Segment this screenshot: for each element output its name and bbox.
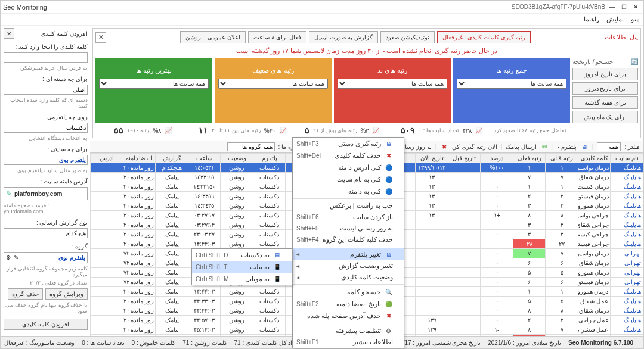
group-edit-icon[interactable]: ✎ [14, 254, 18, 261]
status-segment: تعداد سایت ها : 0 [82, 339, 124, 346]
stat-select[interactable]: همه سایت ها [99, 79, 209, 89]
date-range-btn[interactable]: برای یک ماه پیش [572, 111, 638, 123]
status-segment: کلمات روشن : 71 [182, 339, 227, 346]
status-segment: تعداد کل کلمات کلیدی : 71 [234, 339, 301, 346]
date-buttons: 🔄جستجو / تاریخچه برای تاریخ امروزبرای تا… [572, 58, 638, 123]
category-input[interactable] [4, 85, 88, 95]
date-range-btn[interactable]: برای هفته گذشته [572, 96, 638, 109]
context-menu-item[interactable]: به روز رسانی لیستShift+F5 [293, 223, 404, 234]
submenu-item[interactable]: 📱به تبلتCtrl+Shift+T [192, 261, 292, 273]
column-header[interactable]: پلتفرم [253, 154, 286, 163]
stat-select[interactable]: همه سایت ها [218, 79, 328, 89]
status-segment: وضعیت مانیتورینگ : غیرفعال [4, 339, 75, 346]
context-menu[interactable]: 🖥رتبه گیری دستیShift+F3✖حذف کلمه کلیدیSh… [292, 137, 404, 348]
window-title: Seo Monitoring [3, 4, 512, 11]
info-title: پنل اطلاعات [605, 33, 638, 41]
domain-box: ✎platformboy.com [4, 187, 88, 200]
group-gear-icon[interactable]: ⚙ [6, 254, 11, 261]
column-header[interactable]: نام سایت [611, 154, 643, 163]
platform-input[interactable] [4, 123, 88, 133]
add-keyword-btn[interactable]: افزودن کلمه کلیدی [4, 319, 88, 330]
column-header[interactable]: ساعت [188, 154, 221, 163]
menu-item[interactable]: راهنما [584, 15, 599, 23]
column-header[interactable]: وضعیت [221, 154, 253, 163]
context-menu-item[interactable]: باز کردن سایتShift+F6 [293, 211, 404, 223]
right-panel: افزودن کلمه کلیدی✕ کلمه کلیدی را اینجا و… [1, 26, 90, 336]
context-menu-item[interactable]: ✖حذف آدرس صفحه پله شده [293, 310, 404, 322]
license-message: در حال حاضر رتبه گیری انجام نشده است - ا… [95, 47, 638, 55]
group-input[interactable] [227, 142, 275, 151]
menubar: منو نمایش راهنما [1, 14, 643, 26]
context-menu-item[interactable]: 🔵کپی به دامنه [293, 185, 404, 197]
stat-weak: رتبه های ضعیفهمه سایت ها [215, 58, 332, 123]
context-menu-item[interactable]: چپ به راست | برعکس [293, 200, 404, 211]
context-menu-item[interactable]: تغییر وضعیت گزارش◄ [293, 260, 404, 272]
date-range-btn[interactable]: برای تاریخ امروز [572, 68, 638, 80]
filter-label: فیلتر : [624, 144, 640, 150]
column-header[interactable]: تاریخ قبل [448, 154, 481, 163]
column-header[interactable]: تاریخ الان [416, 154, 448, 163]
submenu-item[interactable]: 🖥به دکستابCtrl+Shift+D [192, 249, 292, 261]
context-menu-item[interactable]: 🔵کپی آدرس دامنه [293, 161, 404, 173]
context-menu-item[interactable]: ⚙تنظیمات پیشرفته [293, 325, 404, 336]
refresh-icon[interactable]: 🔄 [631, 58, 638, 65]
license-code: SEOD3B1gZA-afgFF-7pUlu-kVBnB [512, 4, 605, 10]
menu-item[interactable]: منو [631, 15, 640, 23]
winbtn-close[interactable]: ✕ [630, 2, 641, 13]
context-menu-item[interactable]: 🖥رتبه گیری دستیShift+F3 [293, 138, 404, 149]
info-close-btn[interactable]: ✕ [95, 32, 106, 43]
context-menu-item[interactable]: وضعیت کلمه کلیدی◄ [293, 272, 404, 283]
info-tab[interactable]: فعال برای ۸ ساعت [248, 31, 306, 43]
stat-select[interactable]: همه سایت ها [338, 79, 447, 89]
desktop-icon: 🖥 [580, 143, 589, 151]
column-header[interactable]: گزارش [156, 154, 188, 163]
info-panel: پنل اطلاعات رتبه گیری کلمات کلیدی - غیرف… [92, 28, 641, 138]
info-tab[interactable]: نوتیفیکیشن صعود [380, 31, 435, 43]
column-header[interactable]: رتبه قبلی [546, 154, 578, 163]
status-segment: کلمات خاموش : 0 [132, 339, 176, 346]
group-box: پلتفرم بوی✎⚙ [4, 252, 88, 263]
panel-close-btn[interactable]: ✕ [4, 28, 14, 39]
context-menu-item[interactable]: اطلاعات بیشترShift+F1 [293, 336, 404, 348]
stat-bad: رتبه های بدهمه سایت ها [334, 58, 451, 123]
titlebar: ✕ ☐ — SEOD3B1gZA-afgFF-7pUlu-kVBnB Seo M… [1, 1, 643, 14]
submenu: 🖥به دکستابCtrl+Shift+D📱به تبلتCtrl+Shift… [191, 248, 293, 285]
stat-select[interactable]: همه سایت ها [457, 79, 566, 89]
context-menu-item[interactable]: 🔵کپی به نام سایت [293, 173, 404, 185]
stat-best: بهترین رتبه هاهمه سایت ها [95, 58, 212, 123]
filter-input[interactable] [597, 142, 621, 151]
edit-icon[interactable]: ✎ [6, 189, 12, 198]
brand-label: Seo Monitoring 6.7.100 [568, 339, 633, 346]
context-menu-item[interactable]: 🟢تاریخ انقضا دامنهShift+F2 [293, 298, 404, 310]
delete-group-btn[interactable]: حذف گروه [8, 288, 43, 300]
edit-group-btn[interactable]: ویرایش گروه [45, 288, 88, 300]
winbtn-max[interactable]: ☐ [618, 2, 629, 13]
column-header[interactable]: انقضا دامنه [123, 154, 156, 163]
panel-title: افزودن کلمه کلیدی [41, 30, 88, 37]
column-header[interactable]: کلمه کلیدی [578, 154, 611, 163]
keyword-input[interactable] [4, 52, 88, 63]
column-header[interactable]: آدرس [91, 154, 123, 163]
info-tab[interactable]: اعلان عمومی – روشن [180, 31, 246, 43]
submenu-item[interactable]: 📱به موبایلCtrl+Shift+M [192, 273, 292, 285]
column-header[interactable]: رتبه فعلی [513, 154, 546, 163]
report-type-input[interactable] [4, 228, 88, 238]
close-icon[interactable]: ✖ [440, 143, 448, 151]
context-menu-item[interactable]: 🔍جستجو کلمه [293, 286, 404, 298]
rank-now-btn[interactable]: الان رتبه گیری کن [452, 144, 497, 150]
info-tab[interactable]: رتبه گیری کلمات کلیدی - غیرفعال [437, 31, 531, 43]
info-tabs: رتبه گیری کلمات کلیدی - غیرفعالنوتیفیکیش… [180, 31, 531, 43]
info-tab[interactable]: گزارش به صورت ایمیل [309, 31, 377, 43]
menu-item[interactable]: نمایش [606, 15, 624, 23]
sms-icon: ✉ [540, 143, 549, 151]
winbtn-min[interactable]: — [606, 2, 617, 13]
status-segment: تاریخ میلادی امروز : 2021/1/6 [488, 339, 561, 346]
site-input[interactable] [4, 155, 88, 165]
stat-sum: جمع رتبه هاهمه سایت ها [453, 58, 570, 123]
date-range-btn[interactable]: برای تاریخ دیروز [572, 82, 638, 95]
context-menu-item[interactable]: ✖حذف کلمه کلیدیShift+Del [293, 149, 404, 161]
context-menu-item[interactable]: حذف کلیه کلمات این گروهShift+F4 [293, 234, 404, 245]
column-header[interactable]: درصد [481, 154, 513, 163]
context-menu-item[interactable]: 🖥تغییر پلتفرم◄🖥به دکستابCtrl+Shift+D📱به … [293, 248, 404, 260]
